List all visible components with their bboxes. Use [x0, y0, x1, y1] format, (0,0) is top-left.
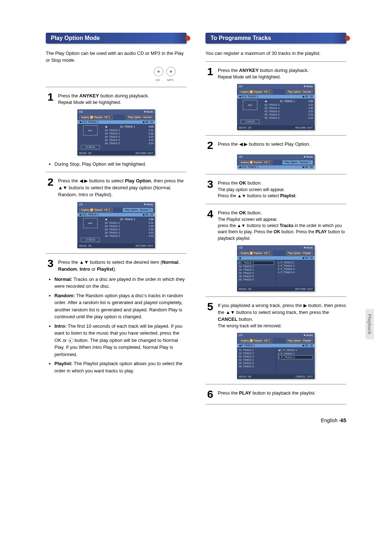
option-list: Normal: Tracks on a disc are played in t… [46, 276, 187, 375]
r-step-5: 5 If you playlisted a wrong track, press… [205, 301, 346, 329]
section-tab: Playback [366, 309, 374, 339]
divider [205, 61, 346, 62]
intro-text: The Play Option can be used with an audi… [46, 50, 187, 64]
divider [205, 174, 346, 174]
page-footer: English -65 [11, 409, 381, 423]
screenshot-programme-3: CD❖ Music Anykey 🔁 Repeat : Off ⭥Play Op… [237, 245, 315, 291]
play-pause-icon: ▸ [68, 338, 73, 343]
r-step-4: 4 Press the OK button. The Playlist scre… [205, 209, 346, 242]
divider [46, 87, 187, 87]
note-during-stop: During Stop, Play Option will be highlig… [54, 161, 187, 168]
disc-icons: CD MP3 [46, 67, 176, 82]
screenshot-programme-2: CD❖ Music Anykey 🔁 Repeat : Off ⭥Play Op… [237, 154, 315, 169]
step-1: 1 Press the ANYKEY button during playbac… [46, 92, 187, 106]
divider [205, 384, 346, 384]
mp3-icon [166, 67, 176, 76]
screenshot-play-option-2: CD❖ Music Anykey 🔁 Repeat : Off ⭥Play Op… [77, 202, 155, 248]
column-programme-tracks: To Programme Tracks You can register a m… [205, 33, 346, 409]
intro-text: You can register a maximum of 30 tracks … [205, 50, 346, 57]
step-2: 2 Press the ◀ ▶ buttons to select Play O… [46, 177, 187, 198]
divider [205, 296, 346, 297]
divider [46, 253, 187, 254]
r-step-1: 1 Press the ANYKEY button during playbac… [205, 66, 346, 80]
step-3: 3 Press the ▲▼ buttons to select the des… [46, 258, 187, 273]
divider [205, 404, 346, 404]
r-step-2: 2 Press the ◀ ▶ buttons to select Play O… [205, 140, 346, 151]
divider [46, 172, 187, 172]
screenshot-programme-1: CD❖ Music Anykey 🔁 Repeat : Off ⭥Play Op… [237, 84, 315, 130]
r-step-3: 3 Press the OK button. The play option s… [205, 179, 346, 199]
heading-programme-tracks: To Programme Tracks [205, 33, 346, 44]
divider [205, 204, 346, 204]
screenshot-play-option-1: CD❖ Music Anykey 🔁 Repeat : Off ⭥Play Op… [77, 109, 155, 156]
column-play-option: Play Option Mode The Play Option can be … [46, 33, 187, 409]
divider [205, 135, 346, 136]
screenshot-programme-4: CD❖ Music Anykey 🔁 Repeat : Off ⭥Play Op… [237, 333, 315, 379]
heading-play-option: Play Option Mode [46, 33, 187, 44]
r-step-6: 6 Press the PLAY button to playback the … [205, 389, 346, 400]
cd-icon [154, 67, 163, 76]
